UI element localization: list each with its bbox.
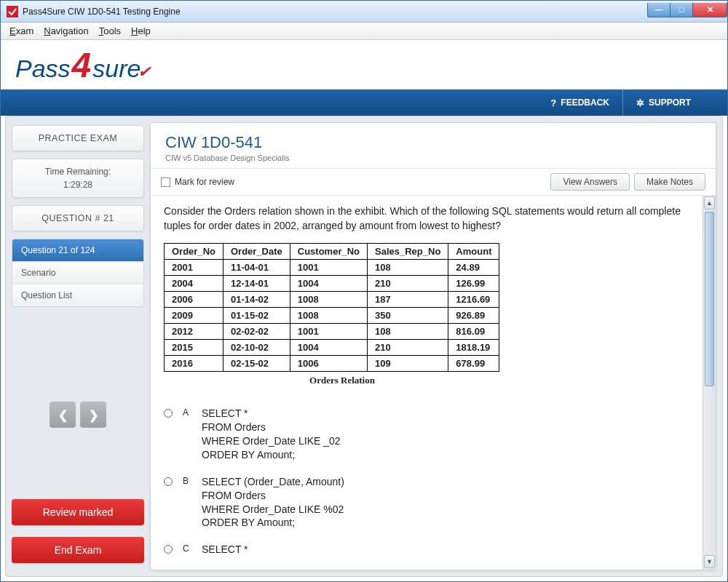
table-cell: 2004 xyxy=(165,276,223,292)
practice-exam-label: PRACTICE EXAM xyxy=(15,133,141,143)
table-cell: 1004 xyxy=(290,276,367,292)
table-cell: 108 xyxy=(368,260,448,276)
table-cell: 109 xyxy=(368,356,448,372)
svg-rect-0 xyxy=(7,6,18,17)
support-button[interactable]: ✲ SUPPORT xyxy=(622,89,704,116)
table-cell: 210 xyxy=(368,340,448,356)
answer-choice[interactable]: CSELECT * xyxy=(164,543,689,557)
prev-button[interactable]: ❮ xyxy=(50,402,76,428)
question-text: Consider the Orders relation shown in th… xyxy=(164,204,689,233)
answer-choice[interactable]: BSELECT (Order_Date, Amount) FROM Orders… xyxy=(164,475,689,530)
table-cell: 350 xyxy=(368,308,448,324)
mark-label: Mark for review xyxy=(175,177,234,187)
question-number-label: QUESTION # 21 xyxy=(15,213,141,223)
table-cell: 1004 xyxy=(290,340,367,356)
question-number-card: QUESTION # 21 xyxy=(12,205,144,231)
table-cell: 1008 xyxy=(290,308,367,324)
answer-choice[interactable]: ASELECT * FROM Orders WHERE Order_Date L… xyxy=(164,407,689,462)
nav-arrows: ❮ ❯ xyxy=(12,402,144,428)
view-answers-button[interactable]: View Answers xyxy=(550,173,629,191)
menu-exam[interactable]: Exam xyxy=(9,25,33,36)
table-cell: 02-15-02 xyxy=(223,356,290,372)
question-icon: ? xyxy=(550,97,556,108)
tab-scenario[interactable]: Scenario xyxy=(12,261,143,284)
menu-help[interactable]: Help xyxy=(131,25,151,36)
choice-text: SELECT * FROM Orders WHERE Order_Date LI… xyxy=(202,407,341,462)
choice-letter: B xyxy=(183,476,191,486)
support-label: SUPPORT xyxy=(649,97,691,108)
table-cell: 2015 xyxy=(165,340,223,356)
scrollbar[interactable]: ▲ ▼ xyxy=(703,196,716,570)
table-row: 201602-15-021006109678.99 xyxy=(165,356,499,372)
scroll-up-button[interactable]: ▲ xyxy=(704,196,715,210)
minimize-button[interactable]: — xyxy=(647,3,670,17)
title-bar[interactable]: Pass4Sure CIW 1D0-541 Testing Engine — □… xyxy=(1,1,727,23)
make-notes-button[interactable]: Make Notes xyxy=(634,173,705,191)
scroll-thumb[interactable] xyxy=(705,212,714,386)
tab-question-list[interactable]: Question List xyxy=(12,284,143,306)
mark-checkbox[interactable] xyxy=(161,178,170,187)
table-cell: 816.09 xyxy=(448,324,499,340)
table-row: 200111-04-01100110824.89 xyxy=(165,260,499,276)
review-marked-button[interactable]: Review marked xyxy=(12,499,144,525)
radio-button[interactable] xyxy=(164,545,173,554)
table-cell: 1006 xyxy=(290,356,367,372)
practice-exam-card[interactable]: PRACTICE EXAM xyxy=(12,125,144,151)
scroll-down-button[interactable]: ▼ xyxy=(704,555,715,568)
time-value: 1:29:28 xyxy=(15,180,141,190)
table-header: Order_No xyxy=(165,244,223,260)
close-button[interactable]: ✕ xyxy=(692,3,727,17)
radio-button[interactable] xyxy=(164,409,173,418)
choice-letter: C xyxy=(183,543,191,554)
table-row: 200901-15-021008350926.89 xyxy=(165,308,499,324)
table-cell: 1001 xyxy=(290,324,367,340)
table-cell: 926.89 xyxy=(448,308,499,324)
gear-icon: ✲ xyxy=(636,97,644,108)
top-nav-bar: ? FEEDBACK ✲ SUPPORT xyxy=(1,89,727,116)
feedback-button[interactable]: ? FEEDBACK xyxy=(537,89,622,116)
end-exam-button[interactable]: End Exam xyxy=(12,537,144,563)
table-cell: 11-04-01 xyxy=(223,260,290,276)
table-cell: 24.89 xyxy=(448,260,499,276)
logo-left: Pass xyxy=(15,55,71,83)
table-cell: 1216.69 xyxy=(448,292,499,308)
table-header: Amount xyxy=(448,244,499,260)
tab-current-question[interactable]: Question 21 of 124 xyxy=(12,239,143,261)
table-header: Order_Date xyxy=(223,244,290,260)
maximize-button[interactable]: □ xyxy=(670,3,693,17)
content-scroll: Consider the Orders relation shown in th… xyxy=(151,196,716,570)
time-card: Time Remaining: 1:29:28 xyxy=(12,159,144,198)
exam-title: CIW 1D0-541 xyxy=(165,133,701,152)
table-cell: 210 xyxy=(368,276,448,292)
table-cell: 108 xyxy=(368,324,448,340)
table-row: 200601-14-0210081871216.69 xyxy=(165,292,499,308)
time-label: Time Remaining: xyxy=(15,167,141,177)
choice-letter: A xyxy=(183,407,191,418)
menu-tools[interactable]: Tools xyxy=(99,25,121,36)
logo-mid: 4 xyxy=(72,45,92,85)
logo-strip: Pass 4 sure ✔ xyxy=(1,40,727,89)
answer-choices: ASELECT * FROM Orders WHERE Order_Date L… xyxy=(164,407,689,557)
sidebar: PRACTICE EXAM Time Remaining: 1:29:28 QU… xyxy=(6,116,150,576)
app-window: Pass4Sure CIW 1D0-541 Testing Engine — □… xyxy=(0,0,728,582)
check-icon: ✔ xyxy=(138,63,151,81)
table-cell: 2016 xyxy=(165,356,223,372)
logo: Pass 4 sure ✔ xyxy=(15,45,151,85)
logo-right: sure xyxy=(92,55,141,83)
table-cell: 02-02-02 xyxy=(223,324,290,340)
table-cell: 1818.19 xyxy=(448,340,499,356)
table-cell: 2009 xyxy=(165,308,223,324)
window-title: Pass4Sure CIW 1D0-541 Testing Engine xyxy=(23,7,648,17)
exhibit-table: Order_NoOrder_DateCustomer_NoSales_Rep_N… xyxy=(164,243,499,372)
sidebar-tabs: Question 21 of 124 Scenario Question Lis… xyxy=(12,239,144,307)
table-cell: 187 xyxy=(368,292,448,308)
next-button[interactable]: ❯ xyxy=(80,402,106,428)
main-panel: CIW 1D0-541 CIW v5 Database Design Speci… xyxy=(150,122,716,570)
main-header: CIW 1D0-541 CIW v5 Database Design Speci… xyxy=(151,123,716,169)
body: PRACTICE EXAM Time Remaining: 1:29:28 QU… xyxy=(5,116,723,577)
radio-button[interactable] xyxy=(164,477,173,486)
menu-navigation[interactable]: Navigation xyxy=(44,25,88,36)
feedback-label: FEEDBACK xyxy=(561,97,609,108)
table-header: Customer_No xyxy=(290,244,367,260)
table-cell: 126.99 xyxy=(448,276,499,292)
